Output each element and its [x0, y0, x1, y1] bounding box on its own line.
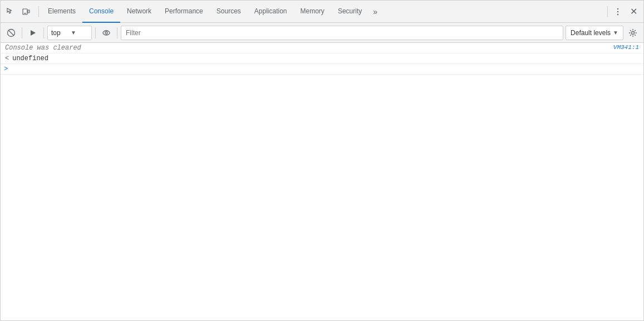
console-output: Console was cleared VM341:1 < undefined … — [1, 43, 643, 320]
context-selector[interactable]: top ▼ — [47, 26, 92, 40]
tab-memory[interactable]: Memory — [294, 1, 331, 23]
console-divider-4 — [117, 27, 117, 38]
tab-performance[interactable]: Performance — [158, 1, 210, 23]
svg-point-11 — [632, 31, 635, 34]
svg-point-5 — [617, 13, 618, 14]
clear-console-button[interactable] — [4, 26, 18, 40]
toolbar-divider-2 — [607, 6, 608, 17]
console-cleared-link[interactable]: VM341:1 — [613, 44, 639, 51]
tab-sources[interactable]: Sources — [210, 1, 248, 23]
tab-application[interactable]: Application — [248, 1, 294, 23]
console-undefined-row: < undefined — [1, 54, 643, 64]
console-content-area: Console was cleared VM341:1 < undefined … — [1, 43, 643, 320]
console-cleared-message: Console was cleared — [5, 44, 81, 52]
console-settings-button[interactable] — [626, 26, 640, 40]
devtools-panel: Elements Console Network Performance Sou… — [0, 0, 644, 321]
close-devtools-button[interactable]: ✕ — [626, 3, 641, 21]
device-toggle-button[interactable] — [18, 3, 34, 21]
levels-arrow-icon: ▼ — [613, 30, 618, 36]
console-cleared-row: Console was cleared VM341:1 — [1, 43, 643, 54]
toolbar-icon-group — [3, 3, 34, 21]
tab-security[interactable]: Security — [331, 1, 368, 23]
filter-input[interactable] — [121, 26, 563, 40]
top-toolbar: Elements Console Network Performance Sou… — [1, 1, 643, 23]
toolbar-divider-1 — [38, 6, 39, 17]
nav-tabs: Elements Console Network Performance Sou… — [41, 1, 382, 23]
run-script-button[interactable] — [26, 26, 40, 40]
svg-marker-8 — [31, 30, 36, 36]
svg-point-9 — [103, 31, 110, 35]
tab-elements[interactable]: Elements — [41, 1, 82, 23]
live-expressions-button[interactable] — [99, 26, 114, 40]
svg-point-3 — [617, 8, 618, 9]
context-arrow-icon: ▼ — [71, 30, 88, 36]
svg-point-10 — [105, 32, 107, 34]
console-divider-3 — [95, 27, 96, 38]
svg-line-7 — [8, 30, 14, 36]
tab-network[interactable]: Network — [120, 1, 158, 23]
log-levels-button[interactable]: Default levels ▼ — [566, 26, 623, 40]
tab-console[interactable]: Console — [82, 1, 120, 23]
inspect-element-button[interactable] — [3, 3, 18, 21]
console-divider-2 — [43, 27, 44, 38]
svg-point-4 — [617, 11, 618, 12]
undefined-value: undefined — [12, 55, 48, 62]
expand-arrow-icon[interactable]: > — [4, 65, 8, 73]
svg-rect-1 — [28, 10, 30, 13]
console-toolbar: top ▼ Default levels ▼ — [1, 23, 643, 43]
more-tabs-button[interactable]: » — [368, 1, 382, 23]
console-arrow-row[interactable]: > — [1, 64, 643, 75]
console-divider-1 — [22, 27, 22, 38]
devtools-menu-button[interactable] — [610, 3, 626, 21]
undefined-prefix: < — [5, 55, 9, 62]
